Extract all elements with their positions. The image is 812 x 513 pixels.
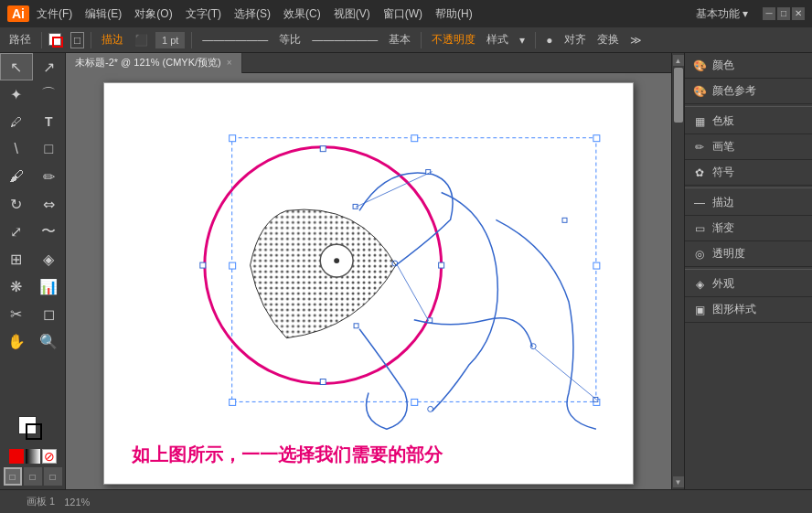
- tool-row-2: ✦ ⌒: [0, 80, 65, 108]
- svg-rect-6: [411, 399, 418, 405]
- warp-tool[interactable]: 〜: [33, 218, 66, 245]
- menu-window[interactable]: 窗口(W): [383, 6, 422, 22]
- direct-selection-tool[interactable]: ↗: [33, 53, 66, 80]
- menu-edit[interactable]: 编辑(E): [85, 6, 122, 22]
- menu-type[interactable]: 文字(T): [186, 6, 221, 22]
- minimize-button[interactable]: ─: [763, 7, 775, 20]
- pencil-tool[interactable]: ✏: [33, 163, 66, 190]
- tab-close-button[interactable]: ×: [227, 58, 232, 68]
- shape-button[interactable]: □: [70, 32, 84, 48]
- panel-swatches[interactable]: ▦ 色板: [685, 109, 812, 134]
- panel-sep-2: [685, 187, 812, 188]
- eraser-tool[interactable]: ◻: [33, 300, 66, 327]
- shape-tool[interactable]: □: [33, 135, 66, 163]
- line-tool[interactable]: \: [0, 135, 33, 163]
- panel-gradient-label: 渐变: [712, 220, 734, 236]
- tool-row-4: \ □: [0, 135, 65, 163]
- symbol-icon: ✿: [692, 166, 707, 180]
- menu-effect[interactable]: 效果(C): [283, 6, 321, 22]
- panel-brush[interactable]: ✏ 画笔: [685, 134, 812, 160]
- svg-rect-21: [439, 262, 444, 268]
- menu-view[interactable]: 视图(V): [334, 6, 370, 22]
- transform-label[interactable]: 变换: [593, 30, 623, 49]
- curve-right-1: [433, 192, 498, 411]
- rotate-tool[interactable]: ↻: [0, 190, 33, 218]
- column-graph-tool[interactable]: 📊: [33, 273, 66, 300]
- style-label[interactable]: 样式: [483, 30, 512, 49]
- draw-behind-btn[interactable]: □: [24, 467, 42, 486]
- panel-gradient[interactable]: ▭ 渐变: [685, 216, 812, 241]
- maximize-button[interactable]: □: [777, 7, 790, 20]
- lasso-tool[interactable]: ⌒: [33, 80, 66, 108]
- color-guide-icon: 🎨: [692, 84, 707, 99]
- profile-label: 基本: [385, 30, 414, 49]
- panel-graphic-styles[interactable]: ▣ 图形样式: [685, 297, 812, 323]
- shape-builder-tool[interactable]: ◈: [33, 245, 66, 273]
- window-controls[interactable]: ─ □ ✕: [763, 7, 805, 20]
- panel-transparency[interactable]: ◎ 透明度: [685, 241, 812, 267]
- menu-select[interactable]: 选择(S): [234, 6, 271, 22]
- zoom-tool[interactable]: 🔍: [33, 327, 66, 355]
- panel-symbol-label: 符号: [712, 165, 734, 180]
- panel-color-guide[interactable]: 🎨 颜色参考: [685, 79, 812, 104]
- hand-tool[interactable]: ✋: [0, 327, 33, 355]
- dash-style[interactable]: ——————: [198, 32, 272, 48]
- right-panel: 🎨 颜色 🎨 颜色参考 ▦ 色板 ✏ 画笔 ✿ 符号 — 描边 ▭ 渐变: [684, 53, 812, 489]
- symbol-spray-tool[interactable]: ❋: [0, 273, 33, 300]
- normal-draw-btn[interactable]: □: [4, 467, 22, 486]
- fill-stroke-switcher[interactable]: [18, 416, 48, 445]
- stroke-mode[interactable]: 描边: [98, 30, 127, 49]
- scroll-down-arrow[interactable]: ▼: [673, 476, 684, 487]
- type-tool[interactable]: T: [33, 108, 66, 135]
- color-mode-btn[interactable]: [9, 449, 24, 464]
- scroll-up-arrow[interactable]: ▲: [673, 55, 684, 66]
- scroll-thumb[interactable]: [674, 68, 683, 123]
- vertical-scrollbar[interactable]: ▲ ▼: [671, 53, 684, 489]
- draw-inside-btn[interactable]: □: [44, 467, 62, 486]
- none-mode-btn[interactable]: ⊘: [42, 449, 57, 464]
- menu-file[interactable]: 文件(F): [37, 6, 72, 22]
- free-transform-tool[interactable]: ⊞: [0, 245, 33, 273]
- title-bar: Ai 文件(F) 编辑(E) 对象(O) 文字(T) 选择(S) 效果(C) 视…: [0, 0, 812, 27]
- panel-appearance[interactable]: ◈ 外观: [685, 272, 812, 297]
- svg-rect-4: [593, 262, 600, 269]
- artboard[interactable]: 如上图所示，一一选择我们需要的部分: [103, 82, 634, 485]
- style-icon[interactable]: ▾: [516, 32, 529, 48]
- svg-rect-18: [320, 146, 326, 152]
- stroke-color-icon[interactable]: [48, 31, 67, 49]
- paintbrush-tool[interactable]: 🖌: [0, 163, 33, 190]
- opacity-label[interactable]: 不透明度: [428, 30, 479, 49]
- stroke-weight-input[interactable]: [155, 32, 185, 48]
- slice-tool[interactable]: ✂: [0, 300, 33, 327]
- close-button[interactable]: ✕: [792, 7, 805, 20]
- selection-tool[interactable]: ↖: [0, 53, 33, 80]
- more-options[interactable]: ≫: [626, 32, 646, 48]
- panel-stroke[interactable]: — 描边: [685, 190, 812, 216]
- dotted-shape: [251, 209, 396, 338]
- panel-symbol[interactable]: ✿ 符号: [685, 160, 812, 186]
- workspace-label[interactable]: 基本功能 ▾: [696, 6, 748, 22]
- scale-tool[interactable]: ⤢: [0, 218, 33, 245]
- menu-help[interactable]: 帮助(H): [435, 6, 473, 22]
- curve-tail-lower: [359, 329, 407, 430]
- inner-circle-dot: [334, 258, 339, 263]
- canvas-wrapper[interactable]: 如上图所示，一一选择我们需要的部分: [66, 73, 671, 489]
- panel-transparency-label: 透明度: [712, 246, 745, 262]
- panel-stroke-label: 描边: [712, 195, 734, 210]
- document-tab[interactable]: 未标题-2* @ 121% (CMYK/预览) ×: [66, 53, 242, 73]
- pen-tool[interactable]: 🖊: [0, 108, 33, 135]
- transparency-icon: ◎: [692, 247, 707, 262]
- magic-wand-tool[interactable]: ✦: [0, 80, 33, 108]
- dash-style-2[interactable]: ——————: [308, 32, 381, 48]
- menu-object[interactable]: 对象(O): [134, 6, 172, 22]
- menu-bar[interactable]: 文件(F) 编辑(E) 对象(O) 文字(T) 选择(S) 效果(C) 视图(V…: [37, 6, 473, 22]
- stroke-box[interactable]: [26, 423, 42, 440]
- graphic-styles-icon: ▣: [692, 303, 707, 317]
- gradient-mode-btn[interactable]: [26, 449, 40, 464]
- toolbar-separator-4: [421, 32, 422, 48]
- reflect-tool[interactable]: ⇔: [33, 190, 66, 218]
- align-label[interactable]: 对齐: [561, 30, 590, 49]
- artwork-svg: [104, 83, 633, 484]
- tool-row-8: ⊞ ◈: [0, 245, 65, 273]
- panel-color[interactable]: 🎨 颜色: [685, 53, 812, 79]
